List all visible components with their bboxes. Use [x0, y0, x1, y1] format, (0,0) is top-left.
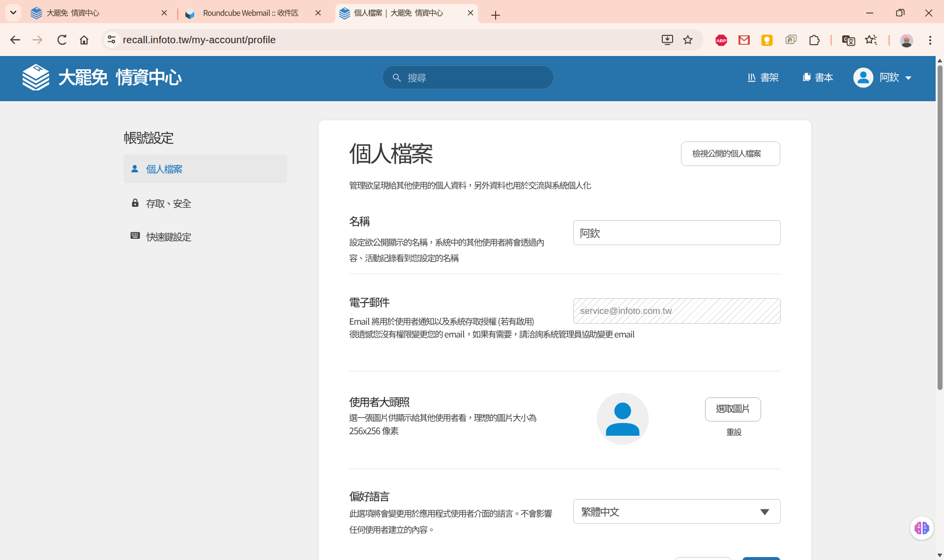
- svg-text:ABP: ABP: [716, 38, 727, 43]
